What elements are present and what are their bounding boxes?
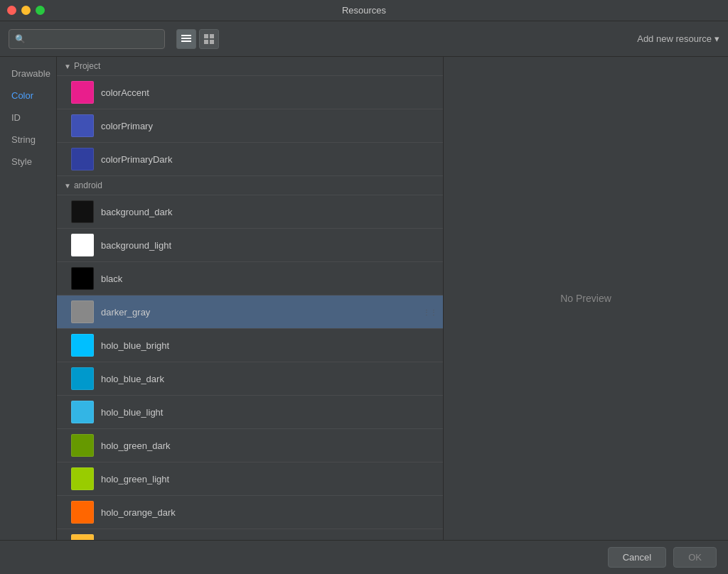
drag-handle-icon: ⋮⋮ xyxy=(423,308,437,316)
resource-item[interactable]: darker_gray⋮⋮ xyxy=(57,296,443,329)
group-label-android: android xyxy=(74,180,102,190)
resource-item[interactable]: black xyxy=(57,262,443,296)
color-swatch xyxy=(71,200,94,223)
resource-item[interactable]: colorPrimary xyxy=(57,109,443,143)
cancel-button[interactable]: Cancel xyxy=(608,547,666,568)
color-swatch xyxy=(71,81,94,104)
color-swatch xyxy=(71,367,94,390)
list-view-button[interactable] xyxy=(176,29,196,49)
resource-name: holo_blue_bright xyxy=(101,340,169,351)
svg-rect-4 xyxy=(210,34,214,38)
grid-view-button[interactable] xyxy=(199,29,219,49)
resource-name: colorPrimaryDark xyxy=(101,154,172,165)
color-swatch xyxy=(71,401,94,423)
resource-name: background_light xyxy=(101,240,171,251)
resource-item[interactable]: holo_green_dark xyxy=(57,429,443,462)
add-resource-button[interactable]: Add new resource ▾ xyxy=(637,33,719,44)
resource-name: colorPrimary xyxy=(101,121,153,131)
resource-name: holo_green_light xyxy=(101,474,169,484)
resource-item[interactable]: holo_blue_bright xyxy=(57,329,443,362)
color-swatch xyxy=(71,234,94,256)
resource-name: background_dark xyxy=(101,207,172,217)
close-button[interactable] xyxy=(7,6,16,15)
svg-rect-5 xyxy=(204,40,208,44)
svg-rect-0 xyxy=(181,35,191,36)
color-swatch xyxy=(71,300,94,323)
color-swatch xyxy=(71,114,94,137)
preview-panel: No Preview xyxy=(444,57,728,540)
sidebar-item-style[interactable]: Style xyxy=(0,151,56,173)
search-input[interactable] xyxy=(29,33,159,44)
search-box: 🔍 xyxy=(9,29,165,49)
resource-item[interactable]: colorPrimaryDark xyxy=(57,143,443,176)
add-resource-arrow: ▾ xyxy=(714,33,719,44)
color-swatch xyxy=(71,267,94,290)
traffic-lights xyxy=(7,6,45,15)
sidebar-item-drawable[interactable]: Drawable xyxy=(0,63,56,85)
color-swatch xyxy=(71,434,94,457)
sidebar-item-string[interactable]: String xyxy=(0,129,56,151)
resource-item[interactable]: holo_blue_light xyxy=(57,396,443,429)
resource-name: colorAccent xyxy=(101,87,149,98)
maximize-button[interactable] xyxy=(36,6,45,15)
window-title: Resources xyxy=(342,5,386,16)
color-swatch xyxy=(71,148,94,170)
svg-rect-6 xyxy=(210,40,214,44)
preview-label: No Preview xyxy=(560,293,611,304)
resource-name: darker_gray xyxy=(101,307,150,318)
group-label-project: Project xyxy=(74,61,100,71)
resource-name: holo_blue_light xyxy=(101,407,163,418)
resource-list[interactable]: ▼ProjectcolorAccentcolorPrimarycolorPrim… xyxy=(57,57,444,540)
add-resource-label: Add new resource xyxy=(637,33,712,44)
resource-item[interactable]: background_light xyxy=(57,229,443,262)
footer: Cancel OK xyxy=(0,540,728,574)
group-header-project[interactable]: ▼Project xyxy=(57,57,443,76)
search-icon: 🔍 xyxy=(15,34,26,44)
svg-rect-3 xyxy=(204,34,208,38)
title-bar: Resources xyxy=(0,0,728,21)
minimize-button[interactable] xyxy=(21,6,31,15)
svg-rect-1 xyxy=(181,38,191,39)
resource-item[interactable]: holo_green_light xyxy=(57,462,443,496)
color-swatch xyxy=(71,467,94,490)
sidebar-item-id[interactable]: ID xyxy=(0,107,56,129)
resource-item[interactable]: holo_orange_dark xyxy=(57,496,443,529)
resource-name: holo_blue_dark xyxy=(101,374,164,384)
resource-name: holo_green_dark xyxy=(101,440,171,451)
group-header-android[interactable]: ▼android xyxy=(57,176,443,195)
main-content: Drawable Color ID String Style ▼Projectc… xyxy=(0,57,728,540)
toolbar: 🔍 Add new resource ▾ xyxy=(0,21,728,57)
svg-rect-2 xyxy=(181,40,191,42)
group-arrow-android: ▼ xyxy=(64,182,71,190)
resource-item[interactable]: background_dark xyxy=(57,195,443,229)
resource-item[interactable]: colorAccent xyxy=(57,76,443,109)
color-swatch xyxy=(71,534,94,540)
grid-icon xyxy=(204,34,214,44)
group-arrow-project: ▼ xyxy=(64,63,71,70)
sidebar: Drawable Color ID String Style xyxy=(0,57,57,540)
resource-name: holo_orange_dark xyxy=(101,507,176,518)
resource-item[interactable]: holo_blue_dark xyxy=(57,362,443,396)
list-icon xyxy=(181,34,191,44)
resource-item[interactable]: holo_orange_light xyxy=(57,529,443,540)
resource-name: black xyxy=(101,274,122,284)
color-swatch xyxy=(71,501,94,524)
ok-button[interactable]: OK xyxy=(673,547,717,568)
sidebar-item-color[interactable]: Color xyxy=(0,85,56,107)
color-swatch xyxy=(71,334,94,357)
view-toggle xyxy=(176,29,219,49)
